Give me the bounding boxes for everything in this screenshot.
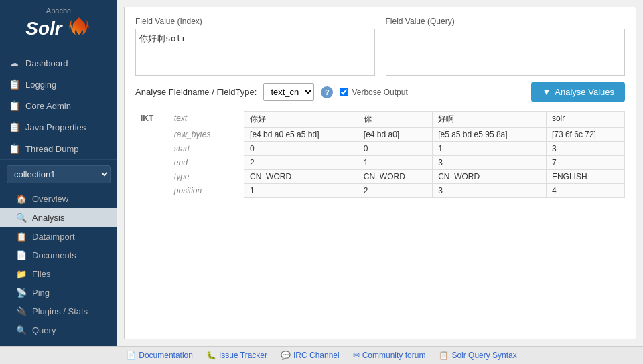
sidebar-sub-item-label: Dataimport — [32, 232, 75, 242]
token-cell: 1 — [358, 156, 432, 170]
sidebar-item-plugins-stats[interactable]: 🔌 Plugins / Stats — [0, 302, 117, 321]
token-cell: 好啊 — [433, 112, 547, 128]
footer-link-community-forum[interactable]: ✉ Community forum — [353, 351, 426, 360]
footer-link-issue-tracker[interactable]: 🐛 Issue Tracker — [206, 351, 267, 360]
row-label-end: end — [169, 156, 244, 170]
footer-link-irc-channel[interactable]: 💬 IRC Channel — [281, 351, 340, 360]
help-icon[interactable]: ? — [321, 86, 333, 98]
plugins-icon: 🔌 — [16, 306, 27, 316]
row-label-raw-bytes: raw_bytes — [169, 128, 244, 142]
sidebar-item-label: Dashboard — [25, 58, 68, 68]
thread-dump-icon: 📋 — [8, 143, 20, 155]
field-value-index-label: Field Value (Index) — [135, 17, 375, 26]
sidebar-nav: ☁ Dashboard 📋 Logging 📋 Core Admin 📋 Jav… — [0, 48, 117, 346]
token-cell: 2 — [244, 156, 358, 170]
analyse-row: Analyse Fieldname / FieldType: text_cn ?… — [135, 82, 625, 102]
table-row-text: IKT text 你好 你 好啊 solr — [135, 112, 625, 128]
token-cell: 3 — [433, 184, 547, 198]
row-label-start: start — [169, 142, 244, 156]
footer-link-documentation[interactable]: 📄 Documentation — [126, 351, 193, 360]
token-cell: [e4 bd a0 e5 a5 bd] — [244, 128, 358, 142]
footer: 📄 Documentation 🐛 Issue Tracker 💬 IRC Ch… — [0, 346, 643, 364]
dashboard-icon: ☁ — [8, 57, 20, 69]
ikt-label: IKT — [135, 112, 169, 128]
analyse-btn-label: Analyse Values — [555, 87, 614, 97]
token-cell: CN_WORD — [433, 170, 547, 184]
overview-icon: 🏠 — [16, 193, 27, 204]
dataimport-icon: 📋 — [16, 231, 27, 242]
sidebar: Apache Solr ☁ D — [0, 0, 117, 346]
sidebar-item-overview[interactable]: 🏠 Overview — [0, 189, 117, 208]
token-cell: 1 — [433, 142, 547, 156]
issue-tracker-icon: 🐛 — [206, 351, 216, 360]
sidebar-item-logging[interactable]: 📋 Logging — [0, 74, 117, 95]
sidebar-item-dataimport[interactable]: 📋 Dataimport — [0, 227, 117, 246]
token-cell: 你好 — [244, 112, 358, 128]
sidebar-sub-item-label: Query — [32, 325, 56, 335]
footer-link-label: IRC Channel — [293, 351, 340, 360]
community-icon: ✉ — [353, 351, 360, 360]
table-row-start: start 0 0 1 3 — [135, 142, 625, 156]
token-cell: 0 — [244, 142, 358, 156]
apache-label: Apache — [46, 7, 71, 15]
table-row-end: end 2 1 3 7 — [135, 156, 625, 170]
sidebar-item-analysis[interactable]: 🔍 Analysis — [0, 208, 117, 227]
solr-logo-icon — [66, 16, 92, 41]
logo-area: Apache Solr — [0, 0, 117, 48]
sidebar-item-java-properties[interactable]: 📋 Java Properties — [0, 116, 117, 138]
row-label-position: position — [169, 184, 244, 198]
verbose-output-checkbox[interactable] — [340, 88, 348, 96]
token-cell: 2 — [358, 184, 432, 198]
footer-link-solr-query-syntax[interactable]: 📋 Solr Query Syntax — [439, 351, 516, 360]
irc-icon: 💬 — [281, 351, 291, 360]
analysis-icon: 🔍 — [16, 212, 27, 223]
token-cell: 0 — [358, 142, 432, 156]
token-cell: [73 6f 6c 72] — [546, 128, 624, 142]
field-value-index-input[interactable]: 你好啊solr — [135, 29, 375, 76]
sidebar-sub-item-label: Files — [32, 269, 50, 279]
token-cell: CN_WORD — [244, 170, 358, 184]
token-cell: solr — [546, 112, 624, 128]
token-cell: 你 — [358, 112, 432, 128]
ping-icon: 📡 — [16, 287, 27, 298]
table-row-type: type CN_WORD CN_WORD CN_WORD ENGLISH — [135, 170, 625, 184]
solr-label: Solr — [25, 18, 62, 39]
field-value-query-input[interactable] — [386, 29, 626, 76]
token-cell: [e5 a5 bd e5 95 8a] — [433, 128, 547, 142]
sidebar-item-thread-dump[interactable]: 📋 Thread Dump — [0, 138, 117, 159]
field-value-row: Field Value (Index) 你好啊solr Field Value … — [135, 17, 625, 76]
collection-select[interactable]: collection1 — [7, 165, 111, 183]
documentation-icon: 📄 — [126, 351, 136, 360]
field-value-index-group: Field Value (Index) 你好啊solr — [135, 17, 375, 76]
logging-icon: 📋 — [8, 78, 20, 90]
sidebar-item-label: Logging — [25, 80, 56, 90]
main-panel: Field Value (Index) 你好啊solr Field Value … — [125, 7, 636, 108]
footer-link-label: Solr Query Syntax — [451, 351, 516, 360]
sidebar-item-ping[interactable]: 📡 Ping — [0, 283, 117, 302]
core-admin-icon: 📋 — [8, 100, 20, 112]
sidebar-item-query[interactable]: 🔍 Query — [0, 321, 117, 339]
token-cell: 1 — [244, 184, 358, 198]
collection-select-wrap: collection1 — [0, 159, 117, 189]
analyse-fieldname-label: Analyse Fieldname / FieldType: — [135, 87, 257, 97]
token-cell: 4 — [546, 184, 624, 198]
row-label-text: text — [169, 112, 244, 128]
token-cell: 3 — [433, 156, 547, 170]
fieldtype-select[interactable]: text_cn — [263, 83, 314, 101]
sidebar-sub-item-label: Overview — [32, 194, 68, 204]
sidebar-item-documents[interactable]: 📄 Documents — [0, 246, 117, 264]
filter-icon: ▼ — [542, 87, 551, 97]
sidebar-item-label: Java Properties — [25, 122, 86, 132]
sidebar-item-label: Core Admin — [25, 101, 71, 111]
analyse-values-button[interactable]: ▼ Analyse Values — [531, 82, 625, 102]
analysis-table: IKT text 你好 你 好啊 solr raw_bytes [e4 bd a… — [135, 111, 625, 198]
token-cell: CN_WORD — [358, 170, 432, 184]
sidebar-sub-item-label: Analysis — [32, 213, 64, 223]
footer-link-label: Community forum — [362, 351, 426, 360]
documents-icon: 📄 — [16, 250, 27, 260]
sidebar-item-files[interactable]: 📁 Files — [0, 264, 117, 283]
sidebar-item-core-admin[interactable]: 📋 Core Admin — [0, 95, 117, 116]
files-icon: 📁 — [16, 268, 27, 279]
token-cell: 7 — [546, 156, 624, 170]
sidebar-item-dashboard[interactable]: ☁ Dashboard — [0, 52, 117, 74]
